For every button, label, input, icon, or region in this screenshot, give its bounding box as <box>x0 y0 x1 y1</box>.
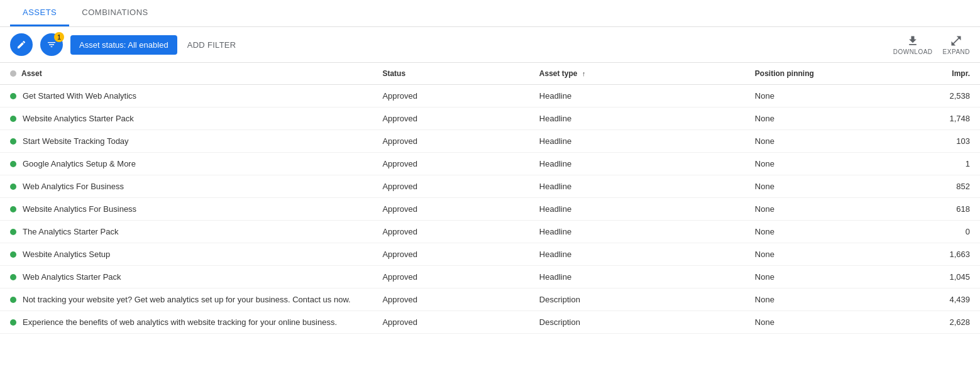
asset-cell-8: Web Analytics Starter Pack <box>0 266 372 289</box>
impr-cell-2: 103 <box>901 130 980 153</box>
asset-cell-5: Website Analytics For Business <box>0 198 372 221</box>
asset-name: The Analytics Starter Pack <box>23 227 118 236</box>
tab-assets[interactable]: ASSETS <box>10 0 69 26</box>
status-dot <box>10 251 16 258</box>
status-cell-0: Approved <box>372 85 529 107</box>
edit-button[interactable] <box>10 33 33 56</box>
expand-label: EXPAND <box>943 48 970 55</box>
status-cell-9: Approved <box>372 289 529 311</box>
status-cell-10: Approved <box>372 311 529 334</box>
status-cell-4: Approved <box>372 175 529 198</box>
position-pinning-cell-2: None <box>745 130 901 153</box>
add-filter-button[interactable]: ADD FILTER <box>185 35 239 55</box>
table-row: Not tracking your website yet? Get web a… <box>0 289 980 311</box>
impr-cell-7: 1,663 <box>901 243 980 266</box>
table-row: Experience the benefits of web analytics… <box>0 311 980 334</box>
status-dot <box>10 206 16 212</box>
impr-cell-10: 2,628 <box>901 311 980 334</box>
asset-cell-7: Wesbite Analytics Setup <box>0 243 372 266</box>
asset-name: Google Analytics Setup & More <box>23 159 136 168</box>
asset-type-cell-8: Headline <box>529 266 745 289</box>
status-dot <box>10 116 16 122</box>
tab-combinations[interactable]: COMBINATIONS <box>69 0 160 26</box>
header-dot <box>10 70 16 77</box>
asset-status-button[interactable]: Asset status: All enabled <box>70 35 177 55</box>
toolbar: 1 Asset status: All enabled ADD FILTER D… <box>0 27 980 63</box>
table-row: Website Analytics Starter Pack Approved … <box>0 107 980 130</box>
status-dot <box>10 319 16 326</box>
asset-cell-0: Get Started With Web Analytics <box>0 85 372 107</box>
toolbar-right: DOWNLOAD EXPAND <box>893 35 970 55</box>
asset-type-cell-3: Headline <box>529 153 745 175</box>
asset-name: Start Website Tracking Today <box>23 136 129 146</box>
col-header-impr: Impr. <box>901 63 980 85</box>
asset-type-cell-1: Headline <box>529 107 745 130</box>
expand-icon <box>950 35 962 47</box>
filter-button[interactable]: 1 <box>40 33 63 56</box>
asset-name: Wesbite Analytics Setup <box>23 250 110 259</box>
asset-cell-1: Website Analytics Starter Pack <box>0 107 372 130</box>
position-pinning-cell-9: None <box>745 289 901 311</box>
status-cell-6: Approved <box>372 221 529 243</box>
impr-cell-9: 4,439 <box>901 289 980 311</box>
sort-asc-icon: ↑ <box>582 70 586 77</box>
impr-cell-0: 2,538 <box>901 85 980 107</box>
filter-icon <box>47 40 57 50</box>
table-row: Google Analytics Setup & More Approved H… <box>0 153 980 175</box>
impr-cell-5: 618 <box>901 198 980 221</box>
asset-type-cell-4: Headline <box>529 175 745 198</box>
table-body: Get Started With Web Analytics Approved … <box>0 85 980 334</box>
download-button[interactable]: DOWNLOAD <box>893 35 933 55</box>
asset-name: Get Started With Web Analytics <box>23 91 136 101</box>
col-header-position-pinning: Position pinning <box>745 63 901 85</box>
asset-type-cell-10: Description <box>529 311 745 334</box>
status-cell-7: Approved <box>372 243 529 266</box>
asset-type-cell-9: Description <box>529 289 745 311</box>
col-header-status: Status <box>372 63 529 85</box>
tabs-bar: ASSETS COMBINATIONS <box>0 0 980 27</box>
col-header-asset-type[interactable]: Asset type ↑ <box>529 63 745 85</box>
download-icon <box>906 35 919 47</box>
impr-cell-1: 1,748 <box>901 107 980 130</box>
table-row: Web Analytics For Business Approved Head… <box>0 175 980 198</box>
expand-button[interactable]: EXPAND <box>943 35 970 55</box>
status-cell-3: Approved <box>372 153 529 175</box>
col-header-asset: Asset <box>0 63 372 85</box>
impr-cell-6: 0 <box>901 221 980 243</box>
asset-cell-6: The Analytics Starter Pack <box>0 221 372 243</box>
status-dot <box>10 274 16 280</box>
position-pinning-cell-8: None <box>745 266 901 289</box>
status-dot <box>10 161 16 167</box>
asset-name: Website Analytics For Business <box>23 204 136 214</box>
status-dot <box>10 229 16 235</box>
asset-name: Web Analytics Starter Pack <box>23 272 121 282</box>
asset-type-cell-0: Headline <box>529 85 745 107</box>
asset-name: Not tracking your website yet? Get web a… <box>23 295 351 304</box>
status-dot <box>10 138 16 145</box>
asset-name: Website Analytics Starter Pack <box>23 114 134 123</box>
asset-cell-4: Web Analytics For Business <box>0 175 372 198</box>
position-pinning-cell-10: None <box>745 311 901 334</box>
asset-name: Experience the benefits of web analytics… <box>23 317 337 327</box>
status-cell-2: Approved <box>372 130 529 153</box>
position-pinning-cell-5: None <box>745 198 901 221</box>
impr-cell-4: 852 <box>901 175 980 198</box>
position-pinning-cell-4: None <box>745 175 901 198</box>
table-row: Website Analytics For Business Approved … <box>0 198 980 221</box>
table-row: Get Started With Web Analytics Approved … <box>0 85 980 107</box>
asset-type-cell-6: Headline <box>529 221 745 243</box>
filter-badge: 1 <box>54 32 64 42</box>
status-dot <box>10 184 16 190</box>
asset-name: Web Analytics For Business <box>23 182 124 191</box>
assets-table: Asset Status Asset type ↑ Position pinni… <box>0 63 980 334</box>
table-row: Start Website Tracking Today Approved He… <box>0 130 980 153</box>
table-row: The Analytics Starter Pack Approved Head… <box>0 221 980 243</box>
table-header-row: Asset Status Asset type ↑ Position pinni… <box>0 63 980 85</box>
col-header-asset-type-label: Asset type <box>539 69 578 78</box>
status-dot <box>10 93 16 99</box>
position-pinning-cell-6: None <box>745 221 901 243</box>
asset-type-cell-5: Headline <box>529 198 745 221</box>
asset-cell-3: Google Analytics Setup & More <box>0 153 372 175</box>
col-header-asset-label: Asset <box>21 69 42 78</box>
pencil-icon <box>16 40 26 50</box>
